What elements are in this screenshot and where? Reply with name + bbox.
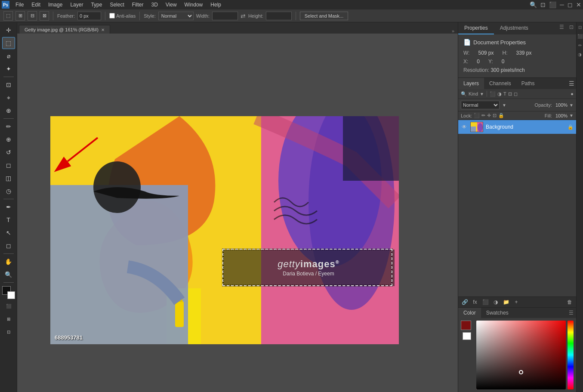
- hue-slider[interactable]: [568, 321, 574, 389]
- kind-dropdown-icon[interactable]: ▼: [480, 92, 484, 96]
- feather-input[interactable]: [77, 12, 101, 20]
- dodge-tool[interactable]: ◷: [2, 185, 15, 197]
- swap-dimensions-icon[interactable]: ⇄: [241, 12, 246, 19]
- workspace-icon[interactable]: ⬛: [549, 1, 556, 8]
- lock-artboard-icon[interactable]: ✛: [487, 113, 491, 118]
- lock-pixels-icon[interactable]: ⬛: [474, 113, 480, 118]
- close-btn[interactable]: ✕: [576, 1, 581, 8]
- menu-select[interactable]: Select: [106, 1, 127, 9]
- restore-btn[interactable]: ◻: [568, 1, 573, 8]
- lock-all-icon[interactable]: ⊡: [493, 113, 497, 118]
- rt-brush-settings-icon[interactable]: ✏: [577, 42, 583, 49]
- width-input[interactable]: [212, 12, 238, 20]
- menu-view[interactable]: View: [162, 1, 180, 9]
- lasso-tool[interactable]: ⌀: [2, 50, 15, 62]
- add-layer-style-btn[interactable]: fx: [470, 298, 480, 306]
- style-select[interactable]: Normal Fixed Ratio Fixed Size: [158, 12, 194, 20]
- extra-tools[interactable]: ⊡: [2, 326, 15, 338]
- color-saturation-brightness[interactable]: [476, 321, 566, 389]
- background-color[interactable]: [7, 291, 15, 299]
- new-group-btn[interactable]: 📁: [501, 298, 511, 306]
- filter-toggle-icon[interactable]: ●: [571, 91, 574, 96]
- height-input[interactable]: [266, 12, 292, 20]
- panel-collapse-right[interactable]: »: [452, 28, 458, 34]
- clone-stamp-tool[interactable]: ⊕: [2, 133, 15, 145]
- tab-layers[interactable]: Layers: [458, 78, 484, 89]
- menu-filter[interactable]: Filter: [129, 1, 147, 9]
- marquee-new-selection[interactable]: ⬚: [3, 11, 13, 21]
- tab-adjustments[interactable]: Adjustments: [494, 22, 534, 34]
- eyedropper-tool[interactable]: ⌖: [2, 92, 15, 104]
- menu-3d[interactable]: 3D: [148, 1, 161, 9]
- foreground-color-swatch[interactable]: [461, 321, 471, 330]
- layer-visibility-toggle[interactable]: 👁: [461, 123, 468, 130]
- menu-layer[interactable]: Layer: [67, 1, 86, 9]
- filter-type-icon[interactable]: T: [503, 91, 506, 96]
- text-tool[interactable]: T: [2, 214, 15, 226]
- move-tool[interactable]: ✛: [2, 24, 15, 36]
- color-panel-menu[interactable]: ☰: [566, 308, 576, 318]
- menu-window[interactable]: Window: [181, 1, 207, 9]
- lock-position-icon[interactable]: ✏: [481, 113, 485, 118]
- menu-image[interactable]: Image: [45, 1, 66, 9]
- background-color-swatch[interactable]: [463, 332, 471, 340]
- tab-paths[interactable]: Paths: [516, 78, 540, 89]
- tab-swatches[interactable]: Swatches: [481, 308, 514, 318]
- menu-edit[interactable]: Edit: [28, 1, 44, 9]
- shape-tool[interactable]: ◻: [2, 240, 15, 252]
- filter-adjustment-icon[interactable]: ◑: [497, 91, 502, 97]
- canvas-container[interactable]: gettyimages® Daria Botieva / Eyeem 68895…: [17, 34, 458, 392]
- marquee-tool[interactable]: ⬚: [2, 37, 15, 49]
- heal-tool[interactable]: ⊕: [2, 105, 15, 117]
- rt-color-icon[interactable]: ◑: [577, 51, 583, 58]
- menu-help[interactable]: Help: [207, 1, 225, 9]
- anti-alias-checkbox[interactable]: Anti-alias: [109, 13, 136, 19]
- new-layer-btn[interactable]: +: [512, 298, 521, 306]
- minimize-btn[interactable]: ─: [560, 1, 564, 8]
- link-layers-btn[interactable]: 🔗: [460, 298, 469, 306]
- pen-tool[interactable]: ✒: [2, 201, 15, 213]
- history-brush-tool[interactable]: ↺: [2, 146, 15, 158]
- new-adjustment-btn[interactable]: ◑: [491, 298, 500, 306]
- brush-tool[interactable]: ✏: [2, 120, 15, 133]
- blend-dropdown-icon[interactable]: ▼: [502, 103, 506, 108]
- marquee-subtract-selection[interactable]: ⊟: [28, 11, 37, 21]
- color-picker[interactable]: [2, 286, 15, 299]
- change-screen-mode[interactable]: ⊞: [2, 313, 15, 325]
- delete-layer-btn[interactable]: 🗑: [565, 298, 574, 306]
- search-icon[interactable]: 🔍: [530, 1, 537, 8]
- rt-properties-icon[interactable]: ⊡: [577, 24, 583, 31]
- path-selection-tool[interactable]: ↖: [2, 227, 15, 239]
- window-layout-icon[interactable]: ⊡: [540, 1, 546, 8]
- filter-smart-icon[interactable]: ◻: [514, 91, 518, 97]
- marquee-add-selection[interactable]: ⊞: [15, 11, 25, 21]
- filter-shape-icon[interactable]: ⊡: [508, 91, 512, 97]
- tab-channels[interactable]: Channels: [484, 78, 516, 89]
- menu-type[interactable]: Type: [87, 1, 105, 9]
- anti-alias-check[interactable]: [109, 13, 115, 19]
- crop-tool[interactable]: ⊡: [2, 79, 15, 91]
- tab-properties[interactable]: Properties: [458, 22, 494, 34]
- layers-panel-menu[interactable]: ☰: [569, 80, 574, 87]
- properties-panel-collapse[interactable]: ⊡: [567, 22, 576, 34]
- add-mask-btn[interactable]: ⬛: [481, 298, 490, 306]
- close-tab-btn[interactable]: ✕: [101, 28, 105, 32]
- fill-dropdown-icon[interactable]: ▼: [569, 113, 574, 118]
- magic-wand-tool[interactable]: ✦: [2, 63, 15, 75]
- layer-item-background[interactable]: 👁 Background 🔒: [458, 120, 576, 134]
- filter-pixel-icon[interactable]: ⬛: [490, 91, 496, 97]
- zoom-tool[interactable]: 🔍: [2, 269, 15, 281]
- hand-tool[interactable]: ✋: [2, 256, 15, 268]
- menu-file[interactable]: File: [12, 1, 27, 9]
- edit-standard-mode[interactable]: ⬛: [2, 300, 15, 312]
- opacity-dropdown-icon[interactable]: ▼: [569, 103, 574, 108]
- gradient-tool[interactable]: ◫: [2, 172, 15, 184]
- tab-color[interactable]: Color: [458, 308, 481, 318]
- select-and-mask-btn[interactable]: Select and Mask...: [300, 12, 349, 20]
- eraser-tool[interactable]: ◻: [2, 159, 15, 171]
- document-tab[interactable]: Getty image.jpg @ 161% (RGB/8#) ✕: [19, 25, 110, 34]
- rt-layers-icon[interactable]: ⬛: [577, 33, 583, 40]
- properties-panel-menu[interactable]: ☰: [557, 22, 567, 34]
- marquee-intersect-selection[interactable]: ⊠: [40, 11, 49, 21]
- lock-prevent-auto-nesting[interactable]: 🔒: [498, 113, 504, 118]
